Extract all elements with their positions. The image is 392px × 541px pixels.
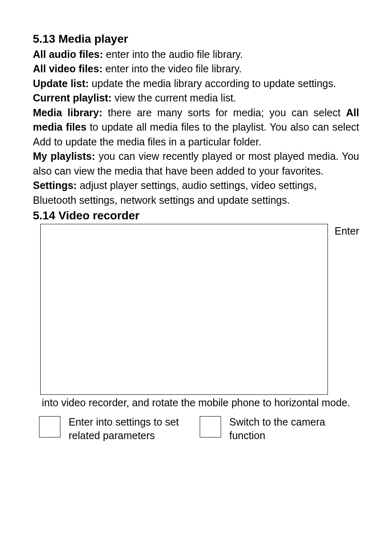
legend-item-settings: Enter into settings to set related param… [33,415,192,442]
settings-icon-placeholder [39,416,60,437]
icon-legend-row: Enter into settings to set related param… [33,415,359,442]
intro-continuation: into video recorder, and rotate the mobi… [33,396,359,410]
section-heading-514: 5.14 Video recorder [33,207,359,224]
video-recorder-intro: Enter into video recorder, and rotate th… [33,224,359,410]
text-current-playlist: view the current media list. [112,92,236,104]
item-all-video: All video files: enter into the video fi… [33,62,359,76]
text-all-audio: enter into the audio file library. [103,48,243,60]
camera-icon-placeholder [200,416,221,437]
section-heading-513: 5.13 Media player [33,31,359,47]
enter-label: Enter [334,224,359,239]
legend-text-camera: Switch to the camera function [229,415,359,442]
label-all-audio: All audio files: [33,48,103,60]
legend-text-settings: Enter into settings to set related param… [69,415,192,442]
screenshot-placeholder-icon [40,224,328,395]
label-settings: Settings: [33,180,77,191]
item-all-audio: All audio files: enter into the audio fi… [33,47,359,62]
label-current-playlist: Current playlist: [33,92,112,104]
item-update-list: Update list: update the media library ac… [33,76,359,91]
label-media-library: Media library: [33,107,102,118]
text-all-video: enter into the video file library. [102,63,242,74]
item-settings: Settings: adjust player settings, audio … [33,178,359,207]
text-update-list: update the media library according to up… [89,78,336,89]
item-media-library: Media library: there are many sorts for … [33,106,359,150]
item-current-playlist: Current playlist: view the current media… [33,91,359,106]
document-page: 5.13 Media player All audio files: enter… [33,31,359,442]
label-all-video: All video files: [33,63,102,74]
label-my-playlists: My playlists: [33,150,95,162]
item-my-playlists: My playlists: you can view recently play… [33,149,359,178]
label-update-list: Update list: [33,78,89,89]
text-media-library-pre: there are many sorts for media; you can … [102,107,346,118]
legend-item-camera: Switch to the camera function [200,415,359,442]
